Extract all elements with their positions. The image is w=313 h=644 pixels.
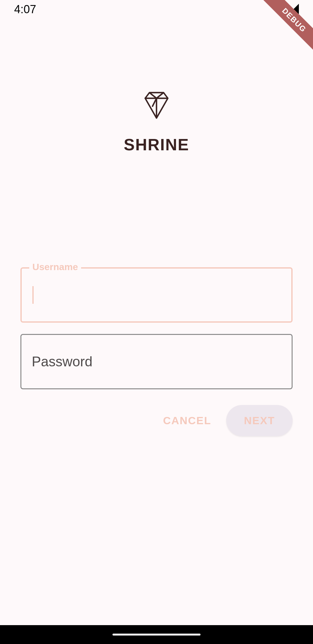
status-time: 4:07 [14,3,36,16]
login-screen: SHRINE Username Password CANCEL NEXT [0,0,313,436]
button-row: CANCEL NEXT [20,405,293,436]
username-label: Username [29,262,81,272]
navigation-bar [0,625,313,644]
text-cursor [32,286,34,304]
diamond-icon [142,91,171,119]
app-title: SHRINE [124,135,189,154]
username-field-group: Username [20,267,293,323]
password-input[interactable] [20,334,293,389]
login-form: Username Password CANCEL NEXT [0,267,313,436]
username-input[interactable] [20,267,293,323]
nav-handle[interactable] [113,634,200,636]
password-field-group: Password [20,334,293,389]
cancel-button[interactable]: CANCEL [158,407,217,434]
next-button[interactable]: NEXT [226,405,293,436]
